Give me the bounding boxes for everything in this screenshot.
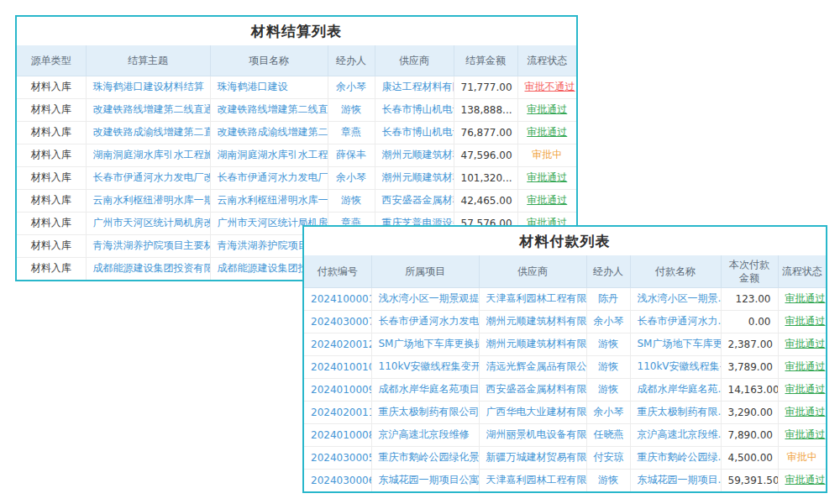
cell-handler[interactable]: 任晓燕	[586, 423, 630, 446]
cell-handler[interactable]: 陈丹	[586, 287, 630, 310]
table-row: 2024020012SM广场地下车库更换摄...潮州元顺建筑材料有限...游恢S…	[304, 333, 826, 355]
cell-project-name[interactable]: 云南水利枢纽潜明水库一...	[210, 189, 328, 212]
cell-flow-status[interactable]: 审批通过	[778, 423, 826, 446]
cell-payment-name[interactable]: 东城花园一期项目...	[630, 469, 721, 491]
cell-flow-status[interactable]: 审批通过	[517, 121, 576, 144]
cell-flow-status[interactable]: 审批通过	[778, 355, 826, 378]
header-flow-status: 流程状态	[778, 255, 826, 287]
cell-supplier[interactable]: 天津嘉利园林工程有限...	[479, 469, 586, 491]
header-settlement-amount: 结算金额	[454, 45, 517, 76]
cell-handler[interactable]: 游恢	[328, 189, 375, 212]
cell-payment-amount: 7,890.00	[721, 423, 778, 446]
cell-supplier[interactable]: 长春市博山机电设备...	[375, 98, 454, 121]
cell-payment-no[interactable]: 2024020012	[304, 333, 371, 355]
cell-payment-name[interactable]: 110kV安徽线程集变...	[630, 355, 721, 378]
cell-project-name[interactable]: 长春市伊通河水力发电厂...	[210, 166, 328, 189]
cell-settlement-subject[interactable]: 云南水利枢纽潜明水库一期工程施...	[86, 189, 210, 212]
cell-project[interactable]: 东城花园一期项目公寓...	[371, 469, 479, 491]
cell-payment-name[interactable]: 浅水湾小区一期景...	[630, 287, 721, 310]
cell-project-name[interactable]: 珠海鹤港口建设	[210, 76, 328, 98]
cell-payment-no[interactable]: 2024010010	[304, 355, 371, 378]
cell-payment-name[interactable]: 重庆市鹅岭公园绿...	[630, 446, 721, 469]
cell-settlement-subject[interactable]: 改建铁路成渝线增建第二直通线（...	[86, 121, 210, 144]
cell-supplier[interactable]: 潮州元顺建筑材料有...	[375, 144, 454, 166]
cell-payment-name[interactable]: 京沪高速北京段维...	[630, 423, 721, 446]
cell-flow-status[interactable]: 审批通过	[778, 401, 826, 423]
cell-payment-no[interactable]: 2024030006	[304, 469, 371, 491]
cell-settlement-subject[interactable]: 珠海鹤港口建设材料结算	[86, 76, 210, 98]
cell-settlement-subject[interactable]: 改建铁路线增建第二线直通线（成...	[86, 98, 210, 121]
cell-supplier[interactable]: 康达工程材料有限公司	[375, 76, 454, 98]
cell-handler[interactable]: 薛保丰	[328, 144, 375, 166]
cell-project[interactable]: 成都水岸华庭名苑项目...	[371, 378, 479, 401]
cell-payment-amount: 4,500.00	[721, 446, 778, 469]
cell-project-name[interactable]: 改建铁路成渝线增建第二...	[210, 121, 328, 144]
payment-table-title: 材料付款列表	[304, 227, 826, 255]
cell-handler[interactable]: 付安琼	[586, 446, 630, 469]
cell-flow-status[interactable]: 审批通过	[778, 310, 826, 333]
cell-settlement-subject[interactable]: 湖南洞庭湖水库引水工程施工I标材...	[86, 144, 210, 166]
cell-settlement-amount: 76,877.00	[454, 121, 517, 144]
cell-payment-amount: 14,163.00	[721, 378, 778, 401]
cell-handler[interactable]: 游恢	[586, 333, 630, 355]
cell-project[interactable]: 110kV安徽线程集变开断...	[371, 355, 479, 378]
cell-handler[interactable]: 余小琴	[586, 310, 630, 333]
cell-handler[interactable]: 章燕	[328, 121, 375, 144]
cell-handler[interactable]: 游恢	[586, 469, 630, 491]
cell-supplier[interactable]: 天津嘉利园林工程有限...	[479, 287, 586, 310]
cell-project-name[interactable]: 湖南洞庭湖水库引水工程...	[210, 144, 328, 166]
cell-project[interactable]: 浅水湾小区一期景观提...	[371, 287, 479, 310]
cell-supplier[interactable]: 新疆万城建材贸易有限...	[479, 446, 586, 469]
cell-payment-no[interactable]: 2024010008	[304, 423, 371, 446]
cell-supplier[interactable]: 西安盛器金属材料有...	[375, 189, 454, 212]
cell-project[interactable]: 京沪高速北京段维修	[371, 423, 479, 446]
cell-supplier[interactable]: 清远光辉金属品有限公司	[479, 355, 586, 378]
cell-supplier[interactable]: 潮州元顺建筑材料有限...	[479, 333, 586, 355]
cell-payment-name[interactable]: 重庆太极制药有限...	[630, 401, 721, 423]
cell-payment-amount: 59,391.50	[721, 469, 778, 491]
cell-flow-status[interactable]: 审批通过	[778, 469, 826, 491]
cell-supplier[interactable]: 广西华电大业建材有限...	[479, 401, 586, 423]
cell-supplier[interactable]: 长春市博山机电设备...	[375, 121, 454, 144]
cell-payment-no[interactable]: 2024030005	[304, 446, 371, 469]
cell-payment-no[interactable]: 2024100001	[304, 287, 371, 310]
cell-project[interactable]: SM广场地下车库更换摄...	[371, 333, 479, 355]
cell-supplier[interactable]: 湖州丽景机电设备有限...	[479, 423, 586, 446]
cell-project[interactable]: 重庆太极制药有限公司...	[371, 401, 479, 423]
cell-settlement-subject[interactable]: 青海洪湖养护院项目主要材料结算	[86, 234, 210, 257]
cell-supplier[interactable]: 潮州元顺建筑材料有限...	[479, 310, 586, 333]
cell-flow-status[interactable]: 审批通过	[517, 189, 576, 212]
cell-payment-amount: 3,290.00	[721, 401, 778, 423]
cell-handler[interactable]: 游恢	[586, 378, 630, 401]
cell-settlement-subject[interactable]: 广州市天河区统计局机房改造项目...	[86, 212, 210, 234]
cell-settlement-subject[interactable]: 长春市伊通河水力发电厂改建工程...	[86, 166, 210, 189]
cell-project[interactable]: 重庆市鹅岭公园绿化景...	[371, 446, 479, 469]
cell-handler[interactable]: 余小琴	[328, 166, 375, 189]
header-payment-name: 付款名称	[630, 255, 721, 287]
cell-project-name[interactable]: 改建铁路线增建第二线直...	[210, 98, 328, 121]
cell-flow-status[interactable]: 审批通过	[778, 287, 826, 310]
cell-handler[interactable]: 游恢	[586, 355, 630, 378]
cell-handler[interactable]: 余小琴	[328, 76, 375, 98]
cell-supplier[interactable]: 西安盛器金属材料有限...	[479, 378, 586, 401]
table-row: 材料入库长春市伊通河水力发电厂改建工程...长春市伊通河水力发电厂...余小琴潮…	[17, 166, 576, 189]
cell-settlement-subject[interactable]: 成都能源建设集团投资有限公司临...	[86, 257, 210, 280]
cell-flow-status[interactable]: 审批通过	[517, 98, 576, 121]
cell-payment-name[interactable]: SM广场地下车库更...	[630, 333, 721, 355]
header-project: 所属项目	[371, 255, 479, 287]
cell-payment-no[interactable]: 2024020011	[304, 401, 371, 423]
cell-flow-status[interactable]: 审批通过	[778, 378, 826, 401]
cell-payment-name[interactable]: 长春市伊通河水力...	[630, 310, 721, 333]
cell-project[interactable]: 长春市伊通河水力发电...	[371, 310, 479, 333]
cell-payment-amount: 123.00	[721, 287, 778, 310]
cell-source-type: 材料入库	[17, 166, 86, 189]
cell-flow-status[interactable]: 审批通过	[778, 333, 826, 355]
cell-flow-status[interactable]: 审批不通过	[517, 76, 576, 98]
cell-handler[interactable]: 余小琴	[586, 401, 630, 423]
cell-supplier[interactable]: 潮州元顺建筑材料有...	[375, 166, 454, 189]
cell-handler[interactable]: 游恢	[328, 98, 375, 121]
cell-payment-no[interactable]: 2024010009	[304, 378, 371, 401]
cell-payment-no[interactable]: 2024030007	[304, 310, 371, 333]
cell-flow-status[interactable]: 审批通过	[517, 166, 576, 189]
cell-payment-name[interactable]: 成都水岸华庭名苑...	[630, 378, 721, 401]
